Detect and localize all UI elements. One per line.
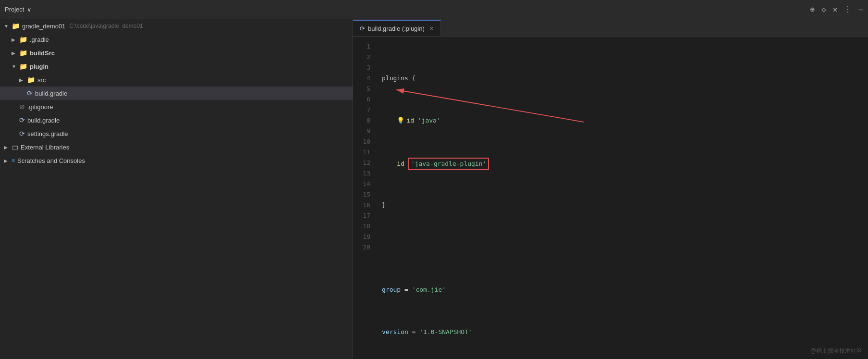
folder-icon: 📁 [19, 36, 27, 43]
folder-icon: 📁 [12, 22, 20, 30]
watermark: @稻土掘金技术社区 [810, 347, 862, 355]
code-line-7: version = '1.0-SNAPSHOT' [378, 327, 868, 337]
code-lines: plugins { 💡id 'java' id 'java-gradle-plu… [378, 40, 868, 355]
line-num-11: 11 [353, 147, 370, 158]
tab-file-icon: ⟳ [360, 25, 365, 32]
line-num-2: 2 [353, 52, 370, 62]
project-title[interactable]: Project ∨ [5, 6, 32, 13]
line-num-9: 9 [353, 126, 370, 136]
editor-area: 1 2 3 4 5 6 7 8 9 10 11 12 13 ▶ 14 15 [353, 37, 868, 359]
line-num-16: 16 [353, 200, 370, 210]
code-line-1: plugins { [378, 73, 868, 84]
code-line-2: 💡id 'java' [378, 115, 868, 126]
libraries-icon: 🗃 [12, 143, 18, 151]
external-libraries-label: External Libraries [21, 144, 69, 151]
diamond-icon[interactable]: ◇ [821, 5, 826, 14]
sidebar-item-plugin[interactable]: ▼ 📁 plugin [0, 60, 353, 73]
editor-wrapper: ⟳ build.gradle (:plugin) ✕ 1 2 3 4 5 6 7… [353, 19, 868, 359]
gradle-label: .gradle [30, 36, 49, 43]
src-label: src [37, 76, 46, 84]
code-line-4: } [378, 200, 868, 210]
code-line-3: id 'java-gradle-plugin' [378, 158, 868, 168]
gitignore-icon: ⊘ [19, 103, 25, 111]
line-num-12: 12 [353, 158, 370, 168]
arrow-icon: ▼ [12, 64, 19, 69]
line-num-10: 10 [353, 136, 370, 147]
code-line-6: group = 'com.jie' [378, 285, 868, 295]
gradle-file-icon: ⟳ [27, 89, 33, 97]
line-num-20: 20 [353, 242, 370, 253]
gradle-file-icon: ⟳ [19, 116, 25, 124]
line-numbers: 1 2 3 4 5 6 7 8 9 10 11 12 13 ▶ 14 15 [353, 40, 378, 355]
build-gradle-tab[interactable]: ⟳ build.gradle (:plugin) ✕ [353, 20, 441, 36]
line-num-6: 6 [353, 94, 370, 105]
sidebar-item-plugin-build-gradle[interactable]: ⟳ build.gradle [0, 87, 353, 100]
code-line-5 [378, 242, 868, 253]
line-num-4: 4 [353, 73, 370, 84]
sidebar-item-buildsrc[interactable]: ▶ 📁 buildSrc [0, 46, 353, 60]
chevron-icon: ∨ [27, 6, 32, 13]
line-num-19: 19 [353, 232, 370, 242]
title-bar: Project ∨ ⊕ ◇ ✕ ⋮ — [0, 0, 868, 19]
minimize-icon[interactable]: — [858, 5, 863, 14]
folder-icon: 📁 [27, 76, 35, 84]
sidebar-item-gitignore[interactable]: ⊘ .gitignore [0, 100, 353, 113]
sidebar-item-src[interactable]: ▶ 📁 src [0, 73, 353, 87]
project-label: Project [5, 6, 24, 13]
plugin-label: plugin [30, 63, 49, 70]
root-label: gradle_demo01 [22, 23, 65, 30]
arrow-icon: ▶ [12, 50, 19, 56]
root-build-gradle-label: build.gradle [27, 117, 60, 124]
folder-icon: 📁 [19, 49, 27, 57]
add-icon[interactable]: ⊕ [810, 5, 815, 14]
main-layout: ▼ 📁 gradle_demo01 C:\code\java\gradle_de… [0, 19, 868, 359]
tab-close-button[interactable]: ✕ [429, 25, 434, 32]
line-num-15: 15 [353, 189, 370, 200]
settings-gradle-label: settings.gradle [27, 130, 68, 137]
menu-icon[interactable]: ⋮ [844, 5, 852, 14]
buildsrc-label: buildSrc [30, 50, 55, 57]
scratches-label: Scratches and Consoles [17, 157, 85, 164]
code-content[interactable]: 1 2 3 4 5 6 7 8 9 10 11 12 13 ▶ 14 15 [353, 37, 868, 359]
arrow-icon: ▶ [12, 37, 19, 42]
gradle-file-icon: ⟳ [19, 130, 25, 137]
sidebar-item-settings-gradle[interactable]: ⟳ settings.gradle [0, 127, 353, 140]
arrow-icon: ▶ [4, 158, 12, 163]
line-num-17: 17 [353, 210, 370, 221]
sidebar-item-root-build-gradle[interactable]: ⟳ build.gradle [0, 113, 353, 127]
gitignore-label: .gitignore [27, 103, 53, 111]
line-num-1: 1 [353, 41, 370, 52]
line-num-7: 7 [353, 105, 370, 115]
line-num-3: 3 [353, 62, 370, 73]
sidebar: ▼ 📁 gradle_demo01 C:\code\java\gradle_de… [0, 19, 353, 359]
line-num-13: 13 ▶ [353, 168, 370, 179]
sidebar-item-root[interactable]: ▼ 📁 gradle_demo01 C:\code\java\gradle_de… [0, 19, 353, 33]
sidebar-item-gradle[interactable]: ▶ 📁 .gradle [0, 33, 353, 46]
close-x-icon[interactable]: ✕ [833, 5, 838, 14]
sidebar-item-scratches[interactable]: ▶ ≡ Scratches and Consoles [0, 154, 353, 167]
line-num-18: 18 ▶ [353, 221, 370, 232]
tab-label: build.gradle (:plugin) [368, 25, 425, 32]
toolbar-icons: ⊕ ◇ ✕ ⋮ — [810, 5, 863, 14]
folder-icon: 📁 [19, 62, 27, 70]
arrow-icon: ▶ [4, 145, 12, 150]
line-num-8: 8 [353, 115, 370, 126]
arrow-icon: ▶ [19, 77, 27, 83]
line-num-14: 14 [353, 179, 370, 189]
plugin-build-gradle-label: build.gradle [35, 90, 67, 97]
root-path: C:\code\java\gradle_demo01 [69, 23, 143, 29]
line-num-5: 5 [353, 84, 370, 94]
scratch-icon: ≡ [12, 157, 15, 164]
arrow-icon: ▼ [4, 24, 12, 29]
sidebar-item-external-libraries[interactable]: ▶ 🗃 External Libraries [0, 140, 353, 154]
tab-bar: ⟳ build.gradle (:plugin) ✕ [353, 19, 868, 37]
